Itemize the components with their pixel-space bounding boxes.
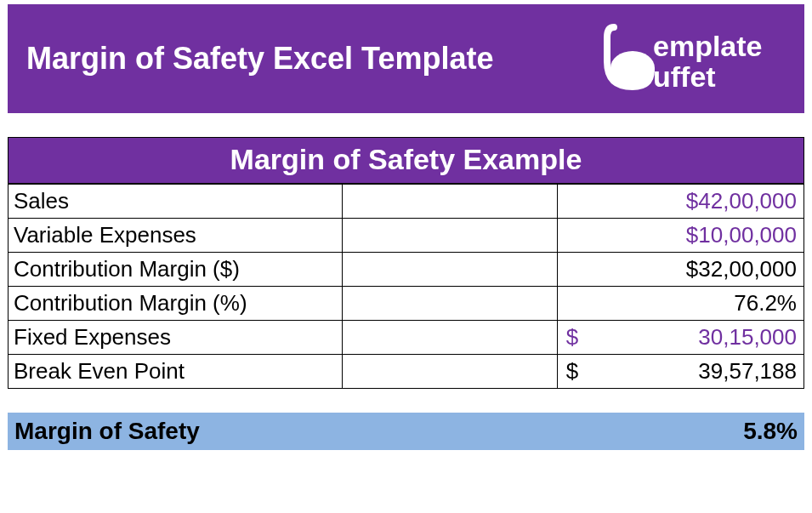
row-mid xyxy=(343,355,558,389)
svg-point-0 xyxy=(610,51,655,85)
currency-symbol: $ xyxy=(563,324,578,351)
row-value: $42,00,000 xyxy=(557,185,803,219)
row-value: $10,00,000 xyxy=(557,219,803,253)
svg-text:emplate: emplate xyxy=(653,30,763,62)
table-row: Break Even Point $ 39,57,188 xyxy=(9,355,804,389)
header-banner: Margin of Safety Excel Template emplate … xyxy=(8,4,804,113)
row-label: Contribution Margin (%) xyxy=(9,287,343,321)
table-row: Contribution Margin ($) $32,00,000 xyxy=(9,253,804,287)
row-mid xyxy=(343,287,558,321)
table-row: Sales $42,00,000 xyxy=(9,185,804,219)
page-title: Margin of Safety Excel Template xyxy=(26,41,494,77)
row-mid xyxy=(343,321,558,355)
row-value: $ 30,15,000 xyxy=(557,321,803,355)
result-value: 5.8% xyxy=(743,418,798,445)
table-title: Margin of Safety Example xyxy=(8,137,804,184)
row-label: Fixed Expenses xyxy=(9,321,343,355)
safety-table: Sales $42,00,000 Variable Expenses $10,0… xyxy=(8,184,804,389)
svg-text:uffet: uffet xyxy=(653,60,716,93)
brand-logo: emplate uffet xyxy=(599,20,786,97)
row-mid xyxy=(343,185,558,219)
row-label: Sales xyxy=(9,185,343,219)
data-table: Margin of Safety Example Sales $42,00,00… xyxy=(8,137,804,389)
row-label: Contribution Margin ($) xyxy=(9,253,343,287)
currency-number: 30,15,000 xyxy=(698,324,797,351)
table-row: Contribution Margin (%) 76.2% xyxy=(9,287,804,321)
result-row: Margin of Safety 5.8% xyxy=(8,413,804,450)
row-label: Break Even Point xyxy=(9,355,343,389)
table-row: Variable Expenses $10,00,000 xyxy=(9,219,804,253)
row-value: 76.2% xyxy=(557,287,803,321)
row-value: $ 39,57,188 xyxy=(557,355,803,389)
row-label: Variable Expenses xyxy=(9,219,343,253)
currency-number: 39,57,188 xyxy=(698,358,797,385)
table-row: Fixed Expenses $ 30,15,000 xyxy=(9,321,804,355)
result-label: Margin of Safety xyxy=(14,418,200,445)
row-mid xyxy=(343,253,558,287)
currency-symbol: $ xyxy=(563,358,578,385)
row-mid xyxy=(343,219,558,253)
row-value: $32,00,000 xyxy=(557,253,803,287)
